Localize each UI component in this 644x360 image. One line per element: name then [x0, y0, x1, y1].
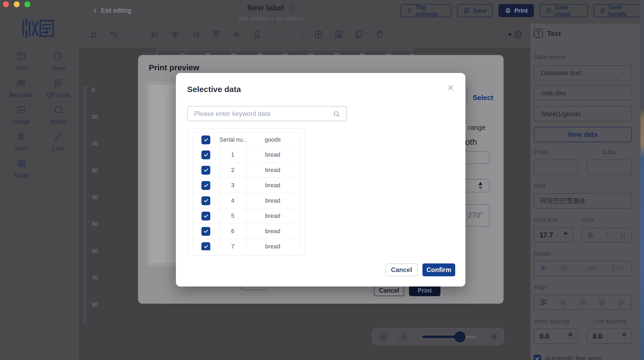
send-to-back-icon[interactable]: [334, 30, 343, 39]
search-icon[interactable]: [332, 110, 341, 118]
align-objects-bottom-icon[interactable]: [252, 30, 262, 39]
window-close-button[interactable]: [3, 1, 9, 7]
select-all-cell[interactable]: [193, 133, 219, 147]
tool-line[interactable]: Line: [40, 131, 77, 158]
table-row[interactable]: 3 bread: [193, 178, 299, 193]
rotate-option-0[interactable]: 0°: [541, 265, 547, 272]
align-right-button[interactable]: [578, 298, 587, 306]
close-icon[interactable]: [446, 83, 456, 93]
database-icon[interactable]: [513, 30, 523, 39]
style-bold-button[interactable]: B: [588, 231, 593, 239]
save-cloud-button[interactable]: Save cloud: [540, 4, 588, 17]
checkbox-cell[interactable]: [193, 208, 219, 224]
checkbox-cell[interactable]: [193, 224, 219, 239]
align-center-button[interactable]: [559, 298, 567, 306]
tool-barcode[interactable]: Barcode: [3, 78, 40, 105]
stepper-up-icon[interactable]: [563, 231, 568, 234]
rotate-option-90[interactable]: 90°: [561, 265, 570, 272]
align-justify-button[interactable]: [598, 298, 606, 306]
tool-text[interactable]: Text: [3, 51, 40, 78]
dropdown-font[interactable]: 阿里巴巴普惠体: [534, 193, 632, 209]
style-italic-button[interactable]: I: [606, 231, 608, 239]
table-row[interactable]: 2 bread: [193, 163, 299, 178]
stepper-down-icon[interactable]: [622, 337, 627, 340]
duplicate-icon[interactable]: [354, 30, 364, 39]
bring-to-front-icon[interactable]: [313, 30, 323, 39]
table-row[interactable]: 5 bread: [193, 208, 299, 224]
stepper-up-icon[interactable]: [478, 182, 483, 185]
table-row[interactable]: 4 bread: [193, 193, 299, 208]
table-row[interactable]: 6 bread: [193, 224, 299, 239]
print-cancel-button[interactable]: Cancel: [374, 285, 404, 296]
align-objects-center-icon[interactable]: [171, 30, 180, 39]
new-data-button[interactable]: New data: [534, 127, 632, 142]
rotate-option-180[interactable]: 180°: [584, 265, 598, 272]
search-input[interactable]: [194, 106, 328, 121]
stepper-down-icon[interactable]: [568, 337, 573, 340]
dropdown-data-source-type[interactable]: Database text: [534, 65, 632, 80]
confirm-button[interactable]: Confirm: [422, 263, 455, 276]
stepper-up-icon[interactable]: [568, 332, 573, 336]
align-objects-top-icon[interactable]: [211, 30, 221, 39]
zoom-slider-thumb[interactable]: [454, 331, 465, 342]
tool-table[interactable]: Table: [3, 158, 40, 185]
edit-title-icon[interactable]: [288, 4, 295, 12]
tool-icon[interactable]: Icon: [3, 131, 40, 158]
row-checkbox[interactable]: [201, 242, 210, 251]
table-row[interactable]: 7 bread: [193, 239, 299, 251]
undo-icon[interactable]: [109, 30, 119, 39]
tool-qr-code[interactable]: QR code: [40, 78, 77, 105]
row-checkbox[interactable]: [201, 227, 210, 236]
align-objects-right-icon[interactable]: [191, 30, 201, 39]
distribute-horizontal-icon[interactable]: [273, 30, 282, 39]
delete-icon[interactable]: [375, 30, 384, 39]
row-checkbox[interactable]: [201, 135, 210, 144]
table-row[interactable]: 1 bread: [193, 147, 299, 163]
stepper-up-icon[interactable]: [622, 332, 627, 336]
checkbox-cell[interactable]: [193, 178, 219, 193]
save-locally-button[interactable]: Save locally: [594, 4, 644, 17]
auto-wrap-checkbox[interactable]: [534, 355, 541, 360]
checkbox-cell[interactable]: [193, 193, 219, 208]
row-checkbox[interactable]: [201, 150, 210, 159]
zoom-1to1-icon[interactable]: [378, 332, 388, 341]
checkbox-cell[interactable]: [193, 163, 219, 178]
suffix-field[interactable]: [587, 160, 632, 175]
tool-image[interactable]: Image: [3, 105, 40, 131]
select-link[interactable]: Select: [473, 94, 493, 102]
window-zoom-button[interactable]: [24, 1, 30, 7]
tool-time[interactable]: Time: [40, 51, 77, 78]
row-checkbox[interactable]: [201, 196, 210, 205]
align-objects-left-icon[interactable]: [150, 30, 160, 39]
align-left-button[interactable]: [540, 298, 548, 306]
cancel-button[interactable]: Cancel: [385, 263, 418, 276]
stepper-down-icon[interactable]: [478, 186, 483, 190]
style-underline-button[interactable]: U: [620, 231, 625, 239]
stepper-down-icon[interactable]: [563, 236, 568, 239]
data-table-scroll[interactable]: Serial nu… goods 1 bread 2 bread 3 bread…: [192, 132, 300, 250]
prefix-field[interactable]: [534, 160, 578, 175]
print-button[interactable]: Print: [498, 4, 534, 17]
exit-editing-button[interactable]: Exit editing: [92, 7, 131, 14]
checkbox-cell[interactable]: [193, 239, 219, 251]
rotate-option-270[interactable]: 270°: [611, 265, 625, 272]
row-checkbox[interactable]: [201, 212, 210, 221]
lock-icon[interactable]: [89, 30, 99, 39]
row-checkbox[interactable]: [201, 181, 210, 190]
font-size-stepper[interactable]: 17.7: [534, 227, 573, 243]
tool-shape[interactable]: Shape: [40, 105, 77, 131]
print-rotate-270-option[interactable]: 270°: [468, 211, 483, 219]
line-spacing-stepper[interactable]: 0.0: [587, 329, 632, 344]
checkbox-cell[interactable]: [193, 147, 219, 163]
print-confirm-button[interactable]: Print: [409, 285, 440, 296]
redo-icon[interactable]: [130, 30, 139, 39]
tag-settings-button[interactable]: Tag settings: [400, 4, 451, 17]
dropdown-data-file[interactable]: cute.xlsx: [534, 85, 632, 101]
zoom-in-icon[interactable]: [490, 333, 498, 341]
align-objects-middle-icon[interactable]: [232, 30, 241, 39]
zoom-out-icon[interactable]: [400, 333, 408, 341]
align-justify-left-button[interactable]: [617, 298, 626, 306]
row-checkbox[interactable]: [201, 166, 210, 175]
word-spacing-stepper[interactable]: 0.0: [534, 329, 578, 344]
dropdown-data-sheet[interactable]: Sheet1/goods: [534, 106, 632, 122]
